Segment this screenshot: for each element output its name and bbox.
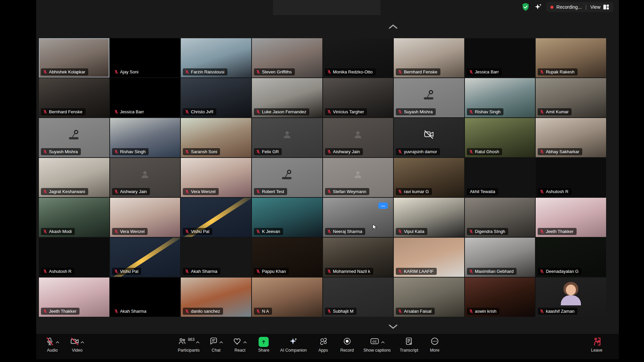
participant-tile[interactable]: Digendra SIngh — [465, 198, 535, 237]
toolbar-item-ai-companion[interactable]: AI Companion — [280, 337, 307, 353]
participant-name-pill: Vishu Pal — [112, 268, 142, 275]
scroll-up-chevron-icon[interactable] — [387, 23, 399, 31]
participant-tile[interactable]: kaashif Zaman — [536, 278, 606, 317]
participant-tile[interactable]: Felix GR — [252, 118, 322, 157]
toolbar-item-chat[interactable]: Chat — [209, 337, 223, 353]
participant-tile[interactable]: Christo JvR — [181, 78, 251, 117]
caret-up-icon[interactable] — [56, 339, 59, 345]
participant-tile[interactable]: Mohammed Nazil k — [323, 238, 393, 277]
participant-tile[interactable]: Rishav Singh — [110, 118, 180, 157]
view-button[interactable]: View — [590, 4, 609, 10]
participant-tile[interactable]: Aishwary Jain — [323, 118, 393, 157]
participant-tile[interactable]: Steven Griffiths — [252, 38, 322, 77]
participant-tile[interactable]: Stefan Weymann — [323, 158, 393, 197]
toolbar-item-transcript[interactable]: Transcript — [400, 337, 418, 353]
recording-dot-icon — [550, 6, 553, 9]
participant-tile[interactable]: Ashutosh R — [39, 238, 109, 277]
participant-tile[interactable]: Pappu Khan — [252, 238, 322, 277]
participant-name: Christo JvR — [191, 109, 213, 114]
participant-tile[interactable]: Deenadayalan G — [536, 238, 606, 277]
participant-tile[interactable]: Vera Wenzel — [181, 158, 251, 197]
participant-tile[interactable]: Bernhard Fenske — [39, 78, 109, 117]
shield-check-icon[interactable] — [522, 3, 530, 11]
toolbar-item-show-captions[interactable]: CC Show captions — [364, 337, 391, 353]
participant-name-pill: Akhil Tewatia — [467, 188, 498, 195]
participant-name: Monika Redzko-Otto — [333, 69, 373, 74]
participant-name: Abhay Sakharkar — [546, 149, 579, 154]
participant-tile[interactable]: Jessica Barr — [465, 38, 535, 77]
participant-name-pill: Mohammed Nazil k — [325, 268, 373, 275]
participant-tile[interactable]: Suyash Mishra — [394, 78, 464, 117]
participant-tile[interactable]: Rishav Singh — [465, 78, 535, 117]
participant-name-pill: Subhajit M — [325, 308, 357, 315]
participant-tile[interactable]: Vishu Pal — [181, 198, 251, 237]
participant-tile[interactable]: Farzin Raisstousi — [181, 38, 251, 77]
participant-tile[interactable]: Ashutosh R — [536, 158, 606, 197]
caret-up-icon[interactable] — [80, 339, 84, 345]
participant-tile[interactable]: Maximilian Gebhard — [465, 238, 535, 277]
participant-tile[interactable]: Ajay Soni — [110, 38, 180, 77]
participant-tile[interactable]: Jeeth Thakker — [536, 198, 606, 237]
participant-tile[interactable]: Akhil Tewatia — [465, 158, 535, 197]
caret-up-icon[interactable] — [381, 339, 385, 345]
participant-tile[interactable]: Monika Redzko-Otto — [323, 38, 393, 77]
mic-muted-icon — [185, 149, 189, 154]
participant-tile[interactable]: Robert Test — [252, 158, 322, 197]
participant-tile[interactable]: Jagrat Kesharwani — [39, 158, 109, 197]
participant-tile[interactable]: Vinícius Targher — [323, 78, 393, 117]
participant-tile[interactable]: Arsalan Faisal — [394, 278, 464, 317]
participant-name-pill: Steven Griffiths — [254, 68, 295, 75]
participant-tile[interactable]: Ratul Ghosh — [465, 118, 535, 157]
participant-name: Bernhard Fenske — [404, 69, 437, 74]
scroll-down-chevron-icon[interactable] — [387, 321, 399, 329]
participant-tile[interactable]: Jessica Barr — [110, 78, 180, 117]
caret-up-icon[interactable] — [196, 339, 200, 345]
toolbar-item-leave[interactable]: Leave — [589, 337, 604, 353]
toolbar-item-react[interactable]: React — [232, 337, 247, 353]
participant-tile[interactable]: Bernhard Fenske — [394, 38, 464, 77]
participant-tile[interactable]: Vera Wenzel — [110, 198, 180, 237]
participant-tile[interactable]: Jeeth Thakker — [39, 278, 109, 317]
participant-tile[interactable]: Subhajit M — [323, 278, 393, 317]
toolbar-item-record[interactable]: Record — [340, 337, 355, 353]
caret-up-icon[interactable] — [219, 339, 223, 345]
participant-tile[interactable]: ravi kumar G — [394, 158, 464, 197]
participant-tile[interactable]: aswin krish — [465, 278, 535, 317]
caret-up-icon[interactable] — [243, 339, 247, 345]
participant-tile[interactable]: Abhishek Kolapkar — [39, 38, 109, 77]
participant-tile[interactable]: danilo sanchez — [181, 278, 251, 317]
participant-tile[interactable]: Akash Modi — [39, 198, 109, 237]
participant-tile[interactable]: KARIM LAAFIF — [394, 238, 464, 277]
toolbar-item-label: Apps — [318, 348, 328, 353]
participant-tile[interactable]: K Jeevan — [252, 198, 322, 237]
tile-more-button[interactable]: ... — [378, 202, 388, 209]
participant-tile[interactable]: Akah Sharma — [181, 238, 251, 277]
participant-name-pill: Felix GR — [254, 148, 282, 155]
participant-name: Ashutosh R — [49, 269, 71, 274]
toolbar-item-share[interactable]: Share — [256, 337, 271, 353]
participant-name-pill: Vera Wenzel — [112, 228, 148, 235]
toolbar-item-more[interactable]: More — [427, 337, 442, 353]
participant-tile[interactable]: Saransh Soni — [181, 118, 251, 157]
mic-muted-icon — [540, 229, 544, 234]
participant-tile[interactable]: Suyash Mishra — [39, 118, 109, 157]
toolbar-item-participants[interactable]: 863 Participants — [178, 337, 200, 353]
toolbar-item-video[interactable]: Video — [70, 337, 85, 353]
participant-name-pill: aswin krish — [467, 308, 499, 315]
toolbar-item-audio[interactable]: Audio — [45, 337, 60, 353]
participant-tile[interactable]: Luke Jason Fernandez — [252, 78, 322, 117]
participant-name: Stefan Weymann — [333, 189, 366, 194]
sparkle-icon[interactable] — [534, 3, 542, 11]
participant-tile[interactable]: Aishwary Jain — [110, 158, 180, 197]
participant-tile[interactable]: Akah Sharma — [110, 278, 180, 317]
participant-tile[interactable]: Neeraj Sharma ... — [323, 198, 393, 237]
participant-tile[interactable]: Vipul Kalia — [394, 198, 464, 237]
participant-tile[interactable]: Rupak Rakesh — [536, 38, 606, 77]
participant-tile[interactable]: Amit Kumar — [536, 78, 606, 117]
participant-tile[interactable]: Vishu Pal — [110, 238, 180, 277]
mic-muted-icon — [114, 309, 118, 313]
participant-tile[interactable]: N A — [252, 278, 322, 317]
toolbar-item-apps[interactable]: Apps — [316, 337, 331, 353]
participant-tile[interactable]: Abhay Sakharkar — [536, 118, 606, 157]
participant-tile[interactable]: yuvrajsinh damor — [394, 118, 464, 157]
